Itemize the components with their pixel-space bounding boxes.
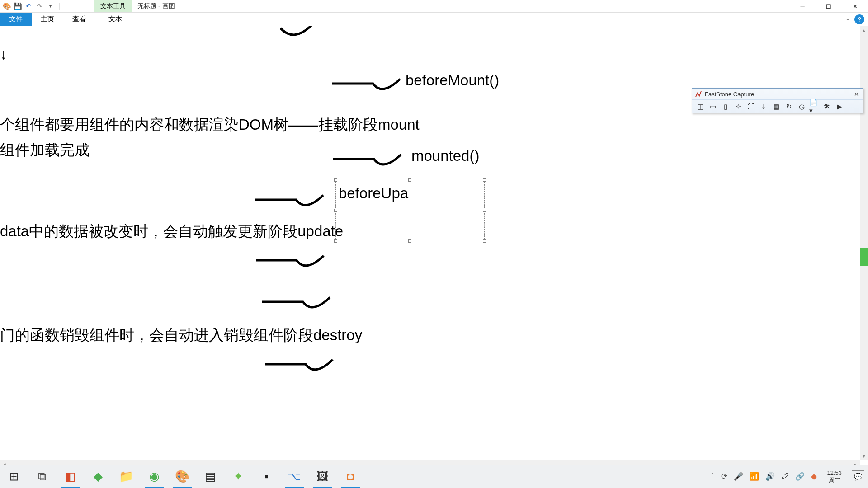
- clock-date: 周二: [827, 477, 842, 484]
- taskbar-item-start[interactable]: ⊞: [0, 465, 28, 488]
- notifications-icon[interactable]: 💬: [852, 470, 864, 483]
- redo-icon[interactable]: ↷: [35, 2, 43, 10]
- tray-wifi-icon[interactable]: 📶: [750, 472, 759, 481]
- resize-handle-n[interactable]: [408, 178, 411, 182]
- chrome-icon: ◉: [149, 469, 160, 483]
- tray-link-icon[interactable]: 🔗: [795, 472, 805, 481]
- ribbon-tab-home[interactable]: 主页: [32, 13, 63, 26]
- tray-volume-icon[interactable]: 🔊: [765, 472, 775, 481]
- resize-handle-se[interactable]: [483, 239, 486, 243]
- capture-freehand-icon[interactable]: ✧: [733, 101, 744, 112]
- taskbar-item-wechat[interactable]: ✦: [224, 465, 252, 488]
- taskbar-item-cmd[interactable]: ▪: [252, 465, 280, 488]
- capture-window-object-icon[interactable]: ▭: [708, 101, 718, 112]
- contextual-tool-label: 文本工具: [94, 0, 132, 12]
- help-icon[interactable]: ?: [854, 14, 864, 24]
- xampp-icon: ◘: [347, 469, 354, 483]
- taskbar-item-app-green[interactable]: ◆: [84, 465, 112, 488]
- images-icon: 🖼: [316, 469, 328, 483]
- system-tray: ˄ ⟳ 🎤 📶 🔊 🖊 🔗 ◆ 12:53 周二 💬: [711, 465, 868, 488]
- resize-handle-s[interactable]: [408, 239, 411, 243]
- clock-time: 12:53: [827, 469, 842, 477]
- file-explorer-icon: 📁: [119, 469, 133, 483]
- hook-shape: [333, 154, 406, 168]
- scroll-down-icon[interactable]: ▼: [860, 452, 868, 460]
- output-destination-icon[interactable]: 📄▾: [809, 101, 820, 112]
- faststone-toolbar: ◫ ▭ ▯ ✧ ⛶ ⇩ ▦ ↻ ◷ 📄▾ 🛠 ▶: [692, 99, 863, 113]
- canvas-text-destroy-line: 门的函数销毁组件时，会自动进入销毁组件阶段destroy: [0, 325, 362, 346]
- start-icon: ⊞: [9, 469, 19, 483]
- close-button[interactable]: ✕: [842, 0, 868, 13]
- document-title: 无标题 - 画图: [137, 2, 175, 10]
- taskbar-item-vscode[interactable]: ⌥: [280, 465, 308, 488]
- taskbar-item-xampp[interactable]: ◘: [336, 465, 364, 488]
- taskbar-item-chrome[interactable]: ◉: [140, 465, 168, 488]
- capture-fullscreen-icon[interactable]: ⛶: [745, 101, 756, 112]
- faststone-close-icon[interactable]: ✕: [852, 90, 860, 98]
- capture-rectangle-icon[interactable]: ▯: [720, 101, 731, 112]
- canvas-text-mounted: mounted(): [411, 147, 479, 164]
- hook-shape: [280, 26, 326, 37]
- tray-ime-icon[interactable]: 🖊: [781, 472, 789, 481]
- faststone-panel[interactable]: FastStone Capture ✕ ◫ ▭ ▯ ✧ ⛶ ⇩ ▦ ↻ ◷ 📄▾…: [692, 88, 863, 113]
- hook-shape: [332, 78, 405, 93]
- settings-icon[interactable]: 🛠: [821, 101, 832, 112]
- ribbon-collapse-icon[interactable]: ⌄: [845, 15, 850, 22]
- hook-shape: [255, 194, 328, 209]
- scroll-marker: [860, 248, 868, 266]
- hook-shape: [256, 255, 328, 269]
- taskbar-item-images[interactable]: 🖼: [308, 465, 336, 488]
- quick-access: 🎨 💾 ↶ ↷ ▾ |: [0, 2, 62, 10]
- tray-sync-icon[interactable]: ⟳: [721, 472, 727, 481]
- screen-recorder-icon[interactable]: ▶: [834, 101, 845, 112]
- taskbar-item-app-red[interactable]: ◧: [56, 465, 84, 488]
- taskbar-item-paint[interactable]: 🎨: [168, 465, 196, 488]
- text-caret: [409, 187, 409, 202]
- minimize-button[interactable]: ─: [789, 0, 816, 13]
- tray-app-icon[interactable]: ◆: [811, 472, 817, 481]
- capture-fixed-region-icon[interactable]: ▦: [771, 101, 782, 112]
- separator: |: [59, 2, 61, 10]
- app-green-icon: ◆: [94, 469, 103, 483]
- capture-active-window-icon[interactable]: ◫: [695, 101, 706, 112]
- ribbon-tab-view[interactable]: 查看: [63, 13, 95, 26]
- resize-handle-e[interactable]: [483, 209, 486, 212]
- task-view-icon: ⧉: [38, 469, 47, 483]
- terminal-dark-icon: ▤: [205, 469, 216, 483]
- canvas-text-mount-line: 个组件都要用组件的内容和数据渲染DOM树——挂载阶段mount: [0, 115, 420, 135]
- capture-delay-icon[interactable]: ◷: [796, 101, 807, 112]
- undo-icon[interactable]: ↶: [24, 2, 33, 10]
- taskbar-clock[interactable]: 12:53 周二: [823, 469, 845, 483]
- taskbar-item-task-view[interactable]: ⧉: [28, 465, 56, 488]
- tray-mic-icon[interactable]: 🎤: [734, 472, 743, 481]
- resize-handle-nw[interactable]: [334, 178, 337, 182]
- hook-shape: [265, 359, 337, 373]
- hook-shape: [262, 296, 335, 311]
- text-selection-box[interactable]: beforeUpa: [335, 180, 485, 241]
- tray-expand-icon[interactable]: ˄: [711, 472, 715, 481]
- canvas-text-beforemount: beforeMount(): [406, 72, 499, 89]
- canvas-text-update-line: data中的数据被改变时，会自动触发更新阶段update: [0, 221, 343, 242]
- capture-repeat-icon[interactable]: ↻: [783, 101, 794, 112]
- capture-scrolling-icon[interactable]: ⇩: [758, 101, 769, 112]
- taskbar-item-terminal-dark[interactable]: ▤: [196, 465, 224, 488]
- ribbon-tab-text[interactable]: 文本: [99, 13, 131, 26]
- resize-handle-w[interactable]: [334, 209, 337, 212]
- faststone-titlebar[interactable]: FastStone Capture ✕: [692, 89, 863, 99]
- taskbar-apps: ⊞⧉◧◆📁◉🎨▤✦▪⌥🖼◘: [0, 465, 364, 488]
- faststone-app-icon: [695, 90, 702, 98]
- scroll-up-icon[interactable]: ▲: [860, 26, 868, 34]
- arrow-down-glyph: ↓: [0, 46, 7, 63]
- save-icon[interactable]: 💾: [14, 2, 22, 10]
- maximize-button[interactable]: ☐: [816, 0, 842, 13]
- windows-taskbar: ⊞⧉◧◆📁◉🎨▤✦▪⌥🖼◘ ˄ ⟳ 🎤 📶 🔊 🖊 🔗 ◆ 12:53 周二 💬: [0, 465, 868, 488]
- cmd-icon: ▪: [264, 469, 268, 483]
- ribbon-tab-file[interactable]: 文件: [0, 13, 32, 26]
- editing-text[interactable]: beforeUpa: [339, 185, 409, 202]
- customize-qat-icon[interactable]: ▾: [46, 2, 54, 10]
- vscode-icon: ⌥: [288, 469, 301, 483]
- resize-handle-ne[interactable]: [483, 178, 486, 182]
- ribbon-tabs: 文件 主页 查看 文本 ⌄ ?: [0, 13, 868, 26]
- window-controls: ─ ☐ ✕: [789, 0, 868, 13]
- taskbar-item-file-explorer[interactable]: 📁: [112, 465, 140, 488]
